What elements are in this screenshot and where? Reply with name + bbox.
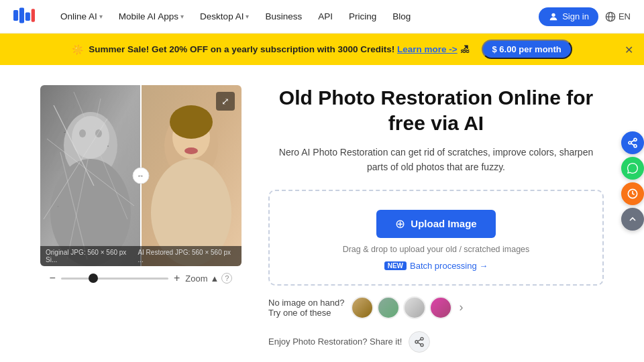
banner-emoji2: 🏖 (460, 44, 470, 54)
svg-rect-3 (32, 9, 35, 22)
banner-text: Summer Sale! Get 20% OFF on a yearly sub… (89, 44, 469, 54)
sample-thumb-3[interactable] (403, 296, 426, 319)
share-row: Enjoy Photo Restoration? Share it! (268, 331, 604, 353)
float-clock-icon[interactable] (621, 182, 644, 205)
page-title: Old Photo Restoration Online for free vi… (268, 85, 604, 135)
banner-price-button[interactable]: $ 6.00 per month (482, 40, 572, 59)
svg-line-42 (418, 339, 421, 341)
svg-point-40 (421, 343, 423, 346)
zoom-minus-button[interactable]: − (50, 273, 56, 284)
image-panel: ↔ Original JPG: 560 × 560 px Si... AI Re… (40, 85, 241, 284)
svg-line-62 (631, 140, 635, 142)
zoom-controls: − + Zoom ▲ ? (40, 273, 241, 284)
nav-online-ai[interactable]: Online AI ▾ (54, 7, 109, 25)
nav-desktop-ai[interactable]: Desktop AI ▾ (193, 7, 256, 25)
svg-point-33 (170, 105, 213, 139)
original-photo: ↔ (40, 85, 241, 266)
svg-point-39 (415, 341, 418, 343)
photo-compare: ↔ Original JPG: 560 × 560 px Si... AI Re… (40, 85, 241, 266)
svg-rect-1 (19, 7, 24, 23)
sign-in-button[interactable]: Sign in (539, 7, 598, 26)
float-share-icon[interactable] (621, 131, 644, 154)
right-panel: Old Photo Restoration Online for free vi… (268, 85, 604, 353)
zoom-help-button[interactable]: ? (221, 273, 232, 284)
svg-point-58 (634, 138, 637, 141)
new-badge: NEW (384, 261, 407, 270)
chevron-down-icon: ▾ (180, 13, 184, 20)
svg-rect-2 (25, 13, 30, 21)
svg-rect-26 (107, 145, 109, 147)
logo (13, 7, 35, 25)
svg-point-38 (421, 337, 423, 340)
share-text: Enjoy Photo Restoration? Share it! (268, 337, 402, 347)
svg-point-34 (184, 147, 198, 154)
nav-blog[interactable]: Blog (386, 7, 417, 25)
nav-api[interactable]: API (311, 7, 339, 25)
banner-learn-more-link[interactable]: Learn more -> (397, 44, 458, 54)
zoom-plus-button[interactable]: + (174, 273, 180, 284)
chevron-down-icon: ▾ (99, 13, 103, 20)
nav-right: Sign in EN (539, 7, 631, 26)
sample-next-icon[interactable]: › (459, 300, 463, 314)
svg-rect-0 (13, 10, 18, 21)
navbar: Online AI ▾ Mobile AI Apps ▾ Desktop AI … (0, 0, 644, 34)
hero-description: Nero AI Photo Restoration can get rid of… (268, 145, 604, 175)
svg-point-59 (629, 141, 631, 144)
original-label: Original JPG: 560 × 560 px Si... (46, 249, 138, 263)
main-content: ↔ Original JPG: 560 × 560 px Si... AI Re… (0, 65, 644, 362)
svg-rect-27 (57, 206, 59, 207)
chevron-up-icon: ▲ (211, 274, 219, 284)
zoom-label: Zoom ▲ ? (185, 273, 232, 284)
svg-text:↔: ↔ (137, 172, 144, 180)
restored-label: AI Restored JPG: 560 × 560 px ... (138, 249, 236, 263)
sample-thumbnails (351, 296, 452, 319)
sample-thumb-4[interactable] (429, 296, 452, 319)
language-button[interactable]: EN (605, 11, 631, 22)
sample-thumb-2[interactable] (377, 296, 400, 319)
nav-pricing[interactable]: Pricing (342, 7, 383, 25)
drag-drop-hint: Drag & drop to upload your old / scratch… (343, 245, 530, 254)
svg-point-60 (634, 145, 637, 147)
promo-banner: ☀️ Summer Sale! Get 20% OFF on a yearly … (0, 34, 644, 65)
zoom-thumb (89, 274, 98, 283)
nav-business[interactable]: Business (258, 7, 309, 25)
banner-emoji: ☀️ (72, 44, 83, 55)
nav-items: Online AI ▾ Mobile AI Apps ▾ Desktop AI … (54, 7, 527, 25)
close-icon[interactable]: ✕ (625, 43, 633, 56)
svg-rect-25 (80, 166, 82, 168)
plus-icon: ⊕ (395, 217, 405, 231)
svg-point-4 (552, 13, 555, 16)
sample-thumb-1[interactable] (351, 296, 374, 319)
floating-buttons (621, 131, 644, 231)
upload-drop-zone[interactable]: ⊕ Upload Image Drag & drop to upload you… (268, 190, 604, 286)
svg-point-15 (79, 129, 86, 137)
share-button[interactable] (409, 331, 430, 353)
svg-line-61 (631, 143, 635, 145)
zoom-slider[interactable] (61, 278, 168, 280)
sample-label: No image on hand? Try one of these (268, 298, 344, 318)
chevron-down-icon: ▾ (246, 13, 249, 20)
svg-line-41 (418, 343, 421, 345)
expand-button[interactable]: ⤢ (216, 92, 235, 111)
batch-processing-link[interactable]: NEW Batch processing → (384, 261, 488, 271)
float-whatsapp-icon[interactable] (621, 157, 644, 180)
float-scroll-top-icon[interactable] (621, 208, 644, 231)
nav-mobile-ai[interactable]: Mobile AI Apps ▾ (112, 7, 191, 25)
sample-row: No image on hand? Try one of these › (268, 296, 604, 319)
upload-image-button[interactable]: ⊕ Upload Image (376, 210, 495, 238)
svg-rect-23 (50, 112, 52, 113)
svg-rect-24 (64, 132, 66, 133)
photo-labels: Original JPG: 560 × 560 px Si... AI Rest… (40, 246, 241, 266)
